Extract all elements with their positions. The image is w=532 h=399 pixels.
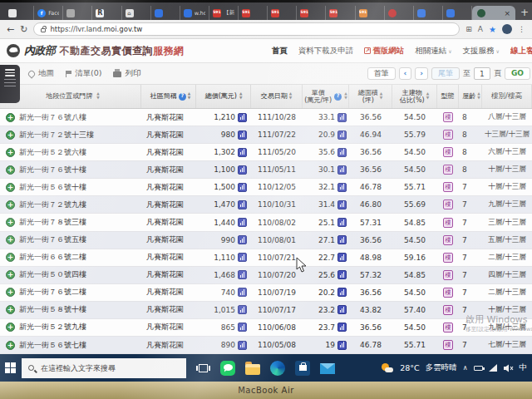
- expand-row-icon[interactable]: +: [6, 270, 15, 279]
- column-header[interactable]: 地段位置或門牌▲▼: [0, 85, 141, 108]
- new-tab-button[interactable]: +: [520, 6, 529, 20]
- price-trend-chart-icon[interactable]: [337, 288, 347, 297]
- column-header[interactable]: 交易日期▲▼: [251, 85, 303, 108]
- expand-row-icon[interactable]: +: [6, 165, 15, 175]
- back-icon[interactable]: ←: [7, 25, 14, 34]
- list-button[interactable]: 清單(0): [66, 68, 101, 79]
- column-header[interactable]: 屋齡▲▼: [459, 85, 482, 108]
- nav-download[interactable]: 資料下載及申請: [298, 46, 354, 57]
- expand-row-icon[interactable]: +: [6, 253, 15, 262]
- expand-row-icon[interactable]: +: [6, 288, 15, 297]
- profile-avatar[interactable]: [502, 24, 512, 34]
- browser-tab[interactable]: 591: [297, 6, 326, 20]
- expand-row-icon[interactable]: +: [6, 200, 15, 209]
- taskbar-search-input[interactable]: [39, 363, 180, 373]
- price-trend-chart-icon[interactable]: [337, 270, 347, 279]
- sort-icon[interactable]: ▲▼: [344, 92, 347, 100]
- table-row[interactable]: +新光一街５２號六樓凡賽斯花園1,302111/05/2035.636.5654…: [0, 144, 532, 161]
- expand-row-icon[interactable]: +: [6, 183, 15, 192]
- table-row[interactable]: +新光一街５２號九樓凡賽斯花園865110/06/0823.736.5654.5…: [0, 319, 532, 337]
- page-number-input[interactable]: [474, 67, 490, 80]
- sort-icon[interactable]: ▲▼: [426, 92, 429, 100]
- weather-icon[interactable]: [382, 363, 394, 373]
- browser-tab[interactable]: [414, 6, 443, 20]
- start-button[interactable]: [5, 362, 16, 373]
- price-trend-chart-icon[interactable]: [238, 323, 247, 332]
- help-icon[interactable]: ?: [179, 93, 186, 101]
- expand-row-icon[interactable]: +: [6, 148, 15, 157]
- tab-close-icon[interactable]: ×: [504, 9, 510, 17]
- browser-tab[interactable]: [385, 6, 414, 20]
- line-app-button[interactable]: [217, 357, 239, 379]
- price-trend-chart-icon[interactable]: [238, 131, 247, 140]
- price-trend-chart-icon[interactable]: [238, 253, 247, 262]
- first-page-button[interactable]: 首筆: [367, 67, 396, 80]
- expand-row-icon[interactable]: +: [6, 131, 15, 140]
- active-tab[interactable]: ×: [472, 6, 515, 20]
- browser-tab[interactable]: 591: [239, 6, 268, 20]
- edge-browser-button[interactable]: [267, 357, 288, 379]
- ime-indicator[interactable]: 中: [520, 362, 528, 373]
- sort-icon[interactable]: ▲▼: [380, 92, 382, 100]
- price-trend-chart-icon[interactable]: [337, 183, 347, 192]
- nav-support[interactable]: 支援服務∨: [463, 46, 500, 57]
- taskbar-search[interactable]: [22, 358, 186, 378]
- price-trend-chart-icon[interactable]: [337, 341, 347, 350]
- search-panel-toggle[interactable]: [0, 65, 20, 103]
- price-trend-chart-icon[interactable]: [337, 113, 347, 122]
- nav-links[interactable]: 相關連結∨: [415, 46, 451, 57]
- volume-muted-icon[interactable]: [503, 364, 514, 372]
- nav-old-site[interactable]: ↗舊版網站: [364, 46, 404, 57]
- sort-icon[interactable]: ▲▼: [477, 92, 480, 100]
- map-button[interactable]: 地圖: [28, 68, 54, 79]
- price-trend-chart-icon[interactable]: [337, 218, 347, 227]
- expand-row-icon[interactable]: +: [6, 305, 15, 314]
- price-trend-chart-icon[interactable]: [337, 148, 347, 157]
- temperature-label[interactable]: 28°C: [400, 363, 419, 372]
- column-header[interactable]: 社區簡稱?▲▼: [141, 85, 196, 108]
- price-trend-chart-icon[interactable]: [238, 113, 247, 122]
- expand-row-icon[interactable]: +: [6, 323, 15, 332]
- print-button[interactable]: 列印: [113, 68, 140, 79]
- price-trend-chart-icon[interactable]: [337, 253, 347, 262]
- column-header[interactable]: 總面積(坪)▲▼: [349, 85, 392, 108]
- prev-page-button[interactable]: ‹: [399, 67, 412, 80]
- column-header[interactable]: 總價(萬元)▲▼: [196, 85, 251, 108]
- sort-icon[interactable]: ▲▼: [289, 92, 292, 100]
- table-row[interactable]: +新光一街７２號十三樓凡賽斯花園980111/07/2220.946.9455.…: [0, 126, 532, 144]
- price-trend-chart-icon[interactable]: [238, 165, 247, 175]
- column-header[interactable]: 主建物佔比(%)▲▼: [392, 85, 437, 108]
- browser-tab[interactable]: 591【新: [209, 6, 239, 20]
- price-trend-chart-icon[interactable]: [238, 183, 247, 192]
- battery-icon[interactable]: [474, 366, 483, 371]
- table-row[interactable]: +新光一街７６號十樓凡賽斯花園1,100111/05/1130.136.5654…: [0, 161, 532, 179]
- table-row[interactable]: +新光一街７６號五樓凡賽斯花園990110/08/0127.136.5654.5…: [0, 232, 532, 249]
- browser-tab[interactable]: 591: [268, 6, 297, 20]
- sort-icon[interactable]: ▲▼: [96, 92, 99, 100]
- table-row[interactable]: +新光一街７６號二樓凡賽斯花園740110/07/1920.236.5654.5…: [0, 284, 532, 302]
- read-aloud-icon[interactable]: A: [478, 25, 483, 33]
- browser-tab[interactable]: w.hc: [180, 6, 209, 20]
- help-icon[interactable]: ?: [334, 93, 342, 101]
- price-trend-chart-icon[interactable]: [238, 235, 247, 244]
- browser-tab[interactable]: 591: [356, 6, 385, 20]
- table-row[interactable]: +新光一街７８號三樓凡賽斯花園1,440110/08/0225.157.3154…: [0, 214, 532, 231]
- price-trend-chart-icon[interactable]: [337, 323, 347, 332]
- browser-menu-icon[interactable]: ⋮: [518, 25, 525, 33]
- browser-tab[interactable]: [443, 6, 472, 20]
- tab-groups-icon[interactable]: ⊞: [466, 25, 472, 33]
- browser-tab[interactable]: R: [92, 6, 121, 20]
- price-trend-chart-icon[interactable]: [238, 148, 247, 157]
- column-header[interactable]: 單價(萬元/坪)?▲▼: [303, 85, 349, 108]
- sort-icon[interactable]: ▲▼: [188, 92, 190, 100]
- price-trend-chart-icon[interactable]: [337, 165, 347, 175]
- table-row[interactable]: +新光一街５８號十樓凡賽斯花園1,015110/07/1723.243.8257…: [0, 302, 532, 319]
- expand-row-icon[interactable]: +: [6, 235, 15, 244]
- price-trend-chart-icon[interactable]: [238, 200, 247, 209]
- table-row[interactable]: +新光一街５０號四樓凡賽斯花園1,468110/07/2025.657.3254…: [0, 267, 532, 284]
- table-row[interactable]: +新光一街５６號七樓凡賽斯花園890110/05/081946.7855.71樓…: [0, 337, 532, 354]
- browser-tab[interactable]: [63, 6, 92, 20]
- table-row[interactable]: +新光一街６６號二樓凡賽斯花園1,110110/07/2122.748.9859…: [0, 249, 532, 267]
- bookmark-star-icon[interactable]: ★: [489, 25, 496, 34]
- weather-description[interactable]: 多雲時晴: [426, 362, 457, 373]
